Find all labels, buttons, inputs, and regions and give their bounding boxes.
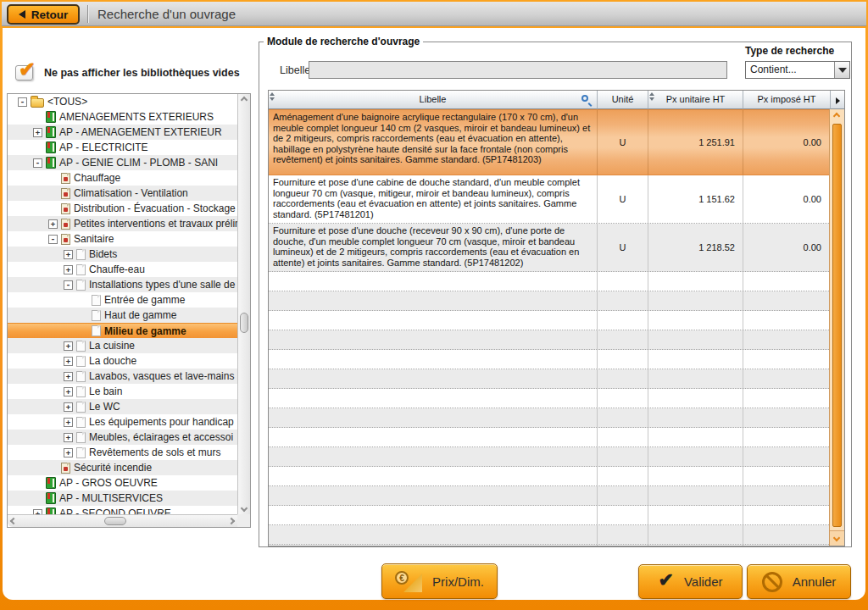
tree-item-label: AP - ELECTRICITE xyxy=(59,141,147,153)
tree-item-label: Le WC xyxy=(89,401,120,413)
collapse-icon[interactable]: - xyxy=(33,158,42,168)
empty-cell xyxy=(743,272,829,291)
expand-icon[interactable]: + xyxy=(64,372,73,381)
search-type-dropdown[interactable]: Contient... xyxy=(745,61,850,79)
table-row[interactable]: Fourniture et pose d'une douche (receveu… xyxy=(269,224,829,272)
table-empty-row xyxy=(269,408,829,428)
empty-cell xyxy=(743,369,829,388)
book-icon xyxy=(46,492,56,504)
search-type-value: Contient... xyxy=(750,62,797,78)
scroll-up-icon[interactable] xyxy=(241,97,248,103)
empty-cell xyxy=(598,291,648,310)
tree-vertical-scrollbar[interactable] xyxy=(237,94,250,514)
annuler-button[interactable]: Annuler xyxy=(747,564,851,599)
tree-item[interactable]: +Le bain xyxy=(8,384,237,399)
collapse-icon[interactable]: - xyxy=(64,280,73,290)
column-header-px-unitaire[interactable]: Px unitaire HT xyxy=(648,91,743,109)
back-arrow-icon xyxy=(19,10,25,19)
scroll-down-icon[interactable] xyxy=(241,505,248,512)
libelle-input[interactable] xyxy=(309,61,727,79)
tree-item[interactable]: AP - MULTISERVICES xyxy=(8,491,237,506)
tree-item[interactable]: Chauffage xyxy=(8,170,237,186)
empty-cell xyxy=(648,272,743,291)
table-row[interactable]: Fourniture et pose d'une cabine de douch… xyxy=(269,175,829,224)
hide-empty-libraries-row: ✔ Ne pas afficher les bibliothèques vide… xyxy=(15,62,240,84)
dropdown-button[interactable] xyxy=(834,62,849,78)
grid-vscroll-thumb[interactable] xyxy=(832,124,842,527)
hide-empty-libraries-checkbox[interactable]: ✔ xyxy=(15,65,33,80)
tree-item[interactable]: -Sanitaire xyxy=(8,231,237,247)
expand-icon[interactable]: + xyxy=(64,357,73,366)
tree-item[interactable]: AP - ELECTRICITE xyxy=(8,140,237,155)
tree-item[interactable]: +Bidets xyxy=(8,247,237,262)
expand-icon[interactable]: + xyxy=(64,265,73,274)
tree-item[interactable]: +Lavabos, vasques et lave-mains xyxy=(8,369,237,384)
column-header-unite[interactable]: Unité xyxy=(598,91,648,109)
tree-item[interactable]: Haut de gamme xyxy=(8,308,237,323)
prix-dim-button[interactable]: € Prix/Dim. xyxy=(381,563,498,599)
tree-vscroll-thumb[interactable] xyxy=(240,313,248,333)
empty-cell xyxy=(743,467,829,485)
empty-cell xyxy=(743,330,829,349)
tree-item[interactable]: -Installations types d'une salle de xyxy=(8,277,237,292)
expand-icon[interactable]: + xyxy=(48,219,58,229)
tree-item[interactable]: Climatisation - Ventilation xyxy=(8,186,237,201)
expand-icon[interactable]: + xyxy=(64,448,73,458)
tree-hscroll-thumb[interactable] xyxy=(104,517,126,525)
tree-item-label: Meubles, éclairages et accessoi xyxy=(89,431,233,443)
tree-item[interactable]: AMENAGEMENTS EXTERIEURS xyxy=(8,109,237,125)
tree-item[interactable]: -<TOUS> xyxy=(8,94,237,109)
book-icon xyxy=(46,111,56,123)
back-button[interactable]: Retour xyxy=(7,4,80,25)
tree-item[interactable]: +La douche xyxy=(8,353,237,369)
expand-icon[interactable]: + xyxy=(64,341,73,351)
grid-header: Libelle Unité Px unitaire HT Px imposé H… xyxy=(269,91,844,109)
collapse-icon[interactable]: - xyxy=(48,235,58,244)
column-header-px-impose[interactable]: Px imposé HT xyxy=(743,91,831,109)
scroll-left-icon[interactable] xyxy=(10,518,17,524)
tree-item[interactable]: Distribution - Évacuation - Stockage xyxy=(8,201,237,216)
tree-item[interactable]: Sécurité incendie xyxy=(8,460,237,475)
table-row[interactable]: Aménagement d'une baignoire acrylique re… xyxy=(269,109,829,175)
expand-icon[interactable]: + xyxy=(33,128,42,137)
cell-libelle: Fourniture et pose d'une cabine de douch… xyxy=(269,175,598,223)
expand-icon[interactable]: + xyxy=(64,250,73,259)
tree-item[interactable]: +Les équipements pour handicap xyxy=(8,414,237,430)
tree-item[interactable]: Entrée de gamme xyxy=(8,292,237,308)
scroll-up-icon[interactable] xyxy=(833,113,840,119)
empty-cell xyxy=(598,506,648,524)
back-button-label: Retour xyxy=(31,8,69,21)
expand-icon[interactable]: + xyxy=(64,402,73,412)
tree-item-label: <TOUS> xyxy=(47,96,87,108)
expand-icon[interactable]: + xyxy=(64,387,73,396)
tree-item[interactable]: +Meubles, éclairages et accessoi xyxy=(8,430,237,445)
table-empty-row xyxy=(269,506,829,525)
tree-item[interactable]: Milieu de gamme xyxy=(8,323,237,338)
empty-cell xyxy=(648,330,743,349)
tree-item[interactable]: AP - GROS OEUVRE xyxy=(8,475,237,491)
empty-cell xyxy=(269,486,598,505)
doc-icon xyxy=(61,234,70,245)
collapse-icon[interactable]: - xyxy=(18,97,27,107)
tree-item[interactable]: +Revêtements de sols et murs xyxy=(8,445,237,460)
results-grid: Libelle Unité Px unitaire HT Px imposé H… xyxy=(268,90,845,546)
tree-item[interactable]: +AP - SECOND OEUVRE xyxy=(8,506,237,514)
column-header-libelle[interactable]: Libelle xyxy=(269,91,598,109)
tree-item[interactable]: -AP - GENIE CLIM - PLOMB - SANI xyxy=(8,155,237,170)
page-icon xyxy=(92,295,101,306)
tree-item[interactable]: +Petites interventions et travaux prélim xyxy=(8,216,237,231)
expand-icon[interactable]: + xyxy=(64,433,73,442)
tree-item[interactable]: +Chauffe-eau xyxy=(8,262,237,277)
valider-button[interactable]: ✔ Valider xyxy=(638,564,743,599)
grid-vertical-scrollbar[interactable] xyxy=(829,109,844,546)
tree-horizontal-scrollbar[interactable] xyxy=(8,514,237,527)
column-options-button[interactable] xyxy=(831,91,844,109)
cell-unite: U xyxy=(598,175,648,223)
tree-item[interactable]: +AP - AMENAGEMENT EXTERIEUR xyxy=(8,125,237,140)
expand-icon[interactable]: + xyxy=(64,418,73,427)
tree-item[interactable]: +La cuisine xyxy=(8,338,237,353)
empty-cell xyxy=(743,428,829,446)
scroll-right-icon[interactable] xyxy=(228,518,235,524)
cell-px-impose: 0.00 xyxy=(743,175,829,223)
tree-item[interactable]: +Le WC xyxy=(8,399,237,414)
